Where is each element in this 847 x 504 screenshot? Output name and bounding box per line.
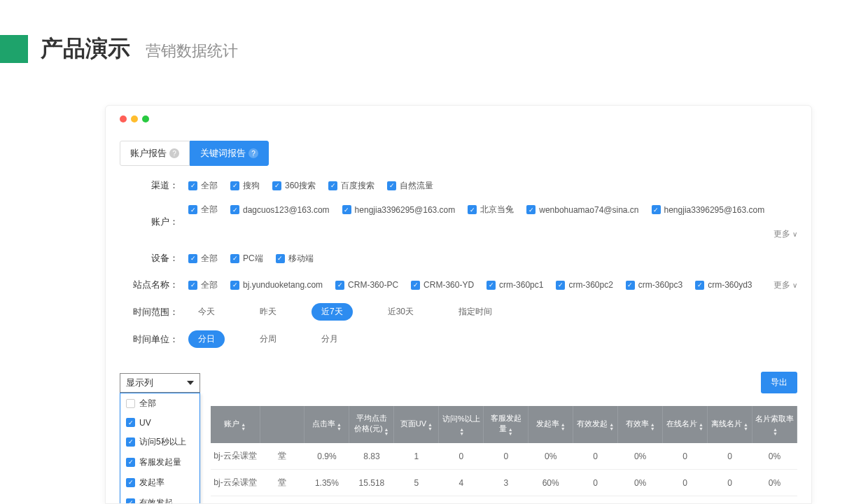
checkbox-icon: ✓ [335,281,344,290]
table-header[interactable] [260,406,304,443]
table-header[interactable]: 有效率▲▼ [618,406,663,443]
filter-checkbox[interactable]: ✓全部 [188,180,218,192]
maximize-icon[interactable] [142,115,149,122]
dropdown-item-label: UV [139,418,151,428]
table-header[interactable]: 发起率▲▼ [528,406,573,443]
tab-keyword-report[interactable]: 关键词报告 ? [190,141,269,166]
table-cell: 1 [394,443,439,470]
table-cell: 0 [439,443,484,470]
table-cell: 1 [439,496,484,505]
filter-checkbox[interactable]: ✓CRM-360-PC [335,280,398,290]
sort-icon[interactable]: ▲▼ [384,428,389,436]
checkbox-icon [126,399,135,408]
dropdown-label: 显示列 [126,377,153,389]
checkbox-label: wenbohuamao74@sina.cn [539,205,638,215]
time-pill[interactable]: 分周 [250,330,286,348]
sort-icon[interactable]: ▲▼ [428,423,433,431]
dropdown-item[interactable]: ✓有效发起 [120,493,200,505]
checkbox-icon: ✓ [188,254,197,263]
header-label: 客服发起量 [491,414,522,433]
table-header[interactable]: 客服发起量▲▼ [484,406,528,443]
dropdown-item[interactable]: ✓访问5秒以上 [120,432,200,452]
tab-account-report[interactable]: 账户报告 ? [120,141,190,166]
filter-checkbox[interactable]: ✓crm-360pc1 [486,280,543,290]
filter-checkbox[interactable]: ✓搜狗 [230,180,260,192]
time-pill[interactable]: 近30天 [378,303,424,321]
more-toggle[interactable]: 更多∨ [774,279,797,291]
sort-icon[interactable]: ▲▼ [609,423,614,431]
dropdown-item[interactable]: ✓UV [120,414,200,432]
filter-checkbox[interactable]: ✓自然流量 [387,180,433,192]
table-cell: 0% [752,470,797,496]
filter-checkbox[interactable]: ✓全部 [188,204,218,216]
table-header[interactable]: 有效发起▲▼ [573,406,618,443]
dropdown-item[interactable]: ✓发起率 [120,472,200,493]
checkbox-icon: ✓ [526,205,536,214]
filter-checkbox[interactable]: ✓移动端 [276,253,314,265]
sort-icon[interactable]: ▲▼ [773,428,778,436]
filter-checkbox[interactable]: ✓PC端 [230,253,263,265]
time-pill[interactable]: 指定时间 [449,303,502,321]
filter-checkbox[interactable]: ✓CRM-360-YD [411,280,474,290]
table-cell: 0 [708,443,752,470]
help-icon[interactable]: ? [169,148,179,158]
page-subtitle: 营销数据统计 [146,41,238,62]
dropdown-item[interactable]: ✓客服发起量 [120,452,200,472]
sort-icon[interactable]: ▲▼ [241,423,246,431]
checkbox-label: CRM-360-YD [424,280,474,290]
checkbox-icon: ✓ [230,254,239,263]
time-pill[interactable]: 今天 [188,303,225,321]
export-button[interactable]: 导出 [761,372,797,393]
table-header[interactable]: 账户▲▼ [211,406,260,443]
sort-icon[interactable]: ▲▼ [508,428,513,436]
sort-icon[interactable]: ▲▼ [699,423,704,431]
checkbox-label: 自然流量 [400,180,433,192]
sort-icon[interactable]: ▲▼ [459,428,464,436]
table-cell: 0% [528,443,573,470]
filter-checkbox[interactable]: ✓bj.yunduoketang.com [230,280,323,290]
table-header[interactable]: 访问%以上▲▼ [439,406,484,443]
time-pill[interactable]: 分日 [188,330,225,348]
chevron-down-icon: ∨ [792,281,797,289]
table-header[interactable]: 页面UV▲▼ [394,406,439,443]
filter-checkbox[interactable]: ✓hengjia3396295@163.com [342,205,456,215]
checkbox-icon: ✓ [695,281,704,290]
filter-checkbox[interactable]: ✓全部 [188,279,218,291]
table-header[interactable]: 名片索取率▲▼ [752,406,797,443]
sort-icon[interactable]: ▲▼ [743,423,748,431]
time-pill[interactable]: 昨天 [250,303,286,321]
filter-checkbox[interactable]: ✓百度搜索 [328,180,374,192]
sort-icon[interactable]: ▲▼ [337,423,342,431]
checkbox-icon: ✓ [652,205,661,214]
time-pill[interactable]: 近7天 [312,303,353,321]
filter-checkbox[interactable]: ✓wenbohuamao74@sina.cn [526,205,638,215]
filter-checkbox[interactable]: ✓crm-360yd3 [695,280,752,290]
time-pill[interactable]: 分月 [312,330,348,348]
sort-icon[interactable]: ▲▼ [561,423,566,431]
filter-checkbox[interactable]: ✓dagcuos123@163.com [230,205,330,215]
help-icon[interactable]: ? [248,148,258,158]
table-header[interactable]: 平均点击价格(元)▲▼ [349,406,394,443]
table-header[interactable]: 离线名片▲▼ [708,406,752,443]
filter-checkbox[interactable]: ✓crm-360pc3 [626,280,682,290]
filter-checkbox[interactable]: ✓crm-360pc2 [556,280,612,290]
checkbox-label: 全部 [201,180,218,192]
close-icon[interactable] [120,115,127,122]
table-header[interactable]: 点击率▲▼ [304,406,349,443]
table-header[interactable]: 在线名片▲▼ [663,406,708,443]
filter-checkbox[interactable]: ✓北京当兔 [468,204,514,216]
minimize-icon[interactable] [131,115,138,122]
checkbox-label: bj.yunduoketang.com [243,280,323,290]
filter-checkbox[interactable]: ✓全部 [188,253,218,265]
chevron-down-icon: ∨ [792,230,797,238]
filter-checkbox[interactable]: ✓hengjia3396295@163.com [652,205,765,215]
filter-checkbox[interactable]: ✓360搜索 [272,180,316,192]
dropdown-item[interactable]: 全部 [120,393,200,414]
filter-row-account: 账户： ✓全部✓dagcuos123@163.com✓hengjia339629… [130,204,797,240]
checkbox-label: dagcuos123@163.com [243,205,330,215]
table-cell: 0 [484,443,528,470]
checkbox-label: CRM-360-PC [348,280,398,290]
sort-icon[interactable]: ▲▼ [650,423,655,431]
more-toggle[interactable]: 更多∨ [774,228,797,240]
columns-dropdown-button[interactable]: 显示列 [120,373,200,393]
